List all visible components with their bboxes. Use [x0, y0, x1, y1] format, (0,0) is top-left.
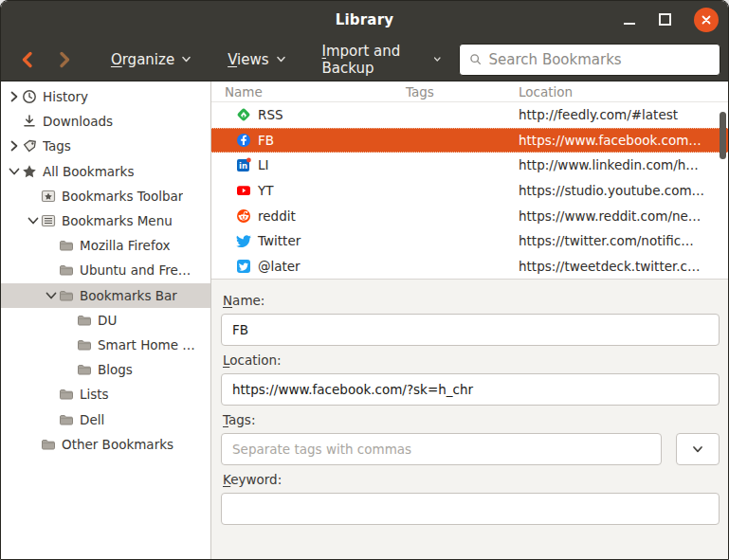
sidebar-item-all-bookmarks[interactable]: All Bookmarks	[1, 159, 210, 184]
views-accesskey: V	[228, 51, 237, 68]
bookmarks-menu-icon	[41, 213, 56, 228]
keyword-label: Keyword:	[223, 472, 720, 487]
bookmark-row-fb[interactable]: FB https://www.facebook.com…	[211, 128, 728, 154]
chevron-down-icon	[181, 54, 191, 64]
downloads-icon	[22, 114, 37, 129]
sidebar-item-du[interactable]: DU	[1, 308, 210, 333]
column-header-location[interactable]: Location	[519, 84, 728, 99]
folder-icon	[41, 437, 56, 452]
bookmark-row-li[interactable]: LI http://www.linkedin.com/h…	[211, 153, 728, 178]
folder-icon	[77, 313, 92, 328]
list-column-headers: Name Tags Location	[211, 81, 728, 102]
sidebar-item-bookmarks-toolbar[interactable]: Bookmarks Toolbar	[1, 184, 210, 208]
tree-item-label: Blogs	[98, 362, 133, 377]
youtube-icon	[236, 183, 251, 198]
tags-field[interactable]	[221, 433, 662, 465]
bookmark-row-later[interactable]: @later https://tweetdeck.twitter.c…	[211, 254, 728, 280]
tree-item-label: Bookmarks Bar	[80, 288, 177, 303]
sidebar-item-bookmarks-bar[interactable]: Bookmarks Bar	[1, 283, 210, 308]
bookmark-location: https://www.facebook.com…	[519, 133, 728, 148]
sidebar-item-blogs[interactable]: Blogs	[1, 357, 210, 382]
tree-item-label: DU	[98, 313, 117, 328]
sidebar-item-mozilla-firefox[interactable]: Mozilla Firefox	[1, 233, 210, 258]
views-menu-button[interactable]: Views	[216, 45, 297, 74]
window-title: Library	[336, 11, 394, 28]
search-icon	[469, 53, 483, 66]
folder-icon	[59, 412, 74, 427]
bookmark-row-reddit[interactable]: reddit https://www.reddit.com/ne…	[211, 203, 728, 228]
maximize-button[interactable]	[659, 13, 671, 26]
tree-item-label: Tags	[43, 138, 71, 154]
bookmark-location: https://studio.youtube.com…	[519, 183, 728, 198]
bookmark-details-pane: Name: Location: Tags: Keyword:	[211, 279, 728, 559]
tree-item-label: Dell	[80, 412, 104, 427]
location-label: Location:	[223, 352, 720, 368]
tweetdeck-icon	[236, 259, 251, 274]
bookmark-row-yt[interactable]: YT https://studio.youtube.com…	[211, 178, 728, 204]
sidebar-item-other-bookmarks[interactable]: Other Bookmarks	[1, 432, 210, 457]
bookmark-name: YT	[258, 183, 274, 198]
chevron-down-icon	[276, 54, 286, 64]
tree-item-label: Smart Home …	[98, 337, 195, 352]
organize-menu-button[interactable]: Organize	[100, 45, 203, 74]
search-input[interactable]	[489, 51, 710, 68]
tree-item-label: Downloads	[43, 114, 113, 129]
forward-button[interactable]	[49, 44, 81, 76]
forward-icon	[55, 50, 74, 69]
close-button[interactable]	[694, 8, 719, 32]
search-box[interactable]	[459, 44, 720, 76]
bookmark-location: http://feedly.com/#latest	[519, 107, 728, 122]
column-header-name[interactable]: Name	[211, 84, 406, 99]
bookmark-name: Twitter	[258, 233, 301, 248]
tree-item-label: Bookmarks Menu	[62, 213, 173, 228]
toolbar: Organize Views Import and Backup	[1, 38, 728, 81]
sidebar-item-history[interactable]: History	[1, 84, 210, 109]
expander-icon[interactable]	[7, 139, 22, 153]
name-label: Name:	[223, 293, 720, 308]
sidebar-item-dell[interactable]: Dell	[1, 406, 210, 431]
back-button[interactable]	[12, 44, 44, 76]
minimize-button[interactable]	[623, 13, 636, 27]
bookmarks-toolbar-icon	[41, 189, 56, 204]
name-field[interactable]	[221, 314, 720, 346]
sidebar-item-smart-home[interactable]: Smart Home …	[1, 333, 210, 357]
organize-label: rganize	[122, 51, 174, 68]
feedly-icon	[236, 107, 251, 122]
titlebar[interactable]: Library	[1, 1, 728, 38]
tags-dropdown-button[interactable]	[676, 433, 720, 465]
star-icon	[22, 164, 37, 179]
bookmark-row-rss[interactable]: RSS http://feedly.com/#latest	[211, 102, 728, 128]
expander-icon[interactable]	[7, 165, 22, 178]
tag-icon	[22, 138, 37, 154]
expander-icon[interactable]	[26, 214, 41, 227]
expander-icon[interactable]	[44, 289, 59, 302]
sidebar-item-bookmarks-menu[interactable]: Bookmarks Menu	[1, 208, 210, 233]
bookmark-row-twitter[interactable]: Twitter https://twitter.com/notific…	[211, 228, 728, 254]
content-pane: Name Tags Location RSS http://feedly.com…	[211, 81, 728, 559]
import-label: mport and Backup	[322, 43, 401, 77]
column-header-tags[interactable]: Tags	[406, 84, 519, 99]
twitter-icon	[236, 233, 251, 248]
expander-icon[interactable]	[7, 90, 22, 103]
sidebar-item-tags[interactable]: Tags	[1, 134, 210, 158]
tree-item-label: Lists	[80, 387, 109, 402]
sidebar-item-lists[interactable]: Lists	[1, 382, 210, 406]
folder-icon	[59, 262, 74, 278]
keyword-field[interactable]	[221, 493, 720, 525]
bookmark-list: RSS http://feedly.com/#latest FB https:/…	[211, 102, 728, 279]
sidebar-item-downloads[interactable]: Downloads	[1, 109, 210, 134]
import-backup-menu-button[interactable]: Import and Backup	[311, 37, 453, 82]
tree-item-label: Bookmarks Toolbar	[62, 189, 183, 204]
history-icon	[22, 89, 37, 104]
main-area: History Downloads Tags All Bookmarks	[1, 81, 728, 559]
sidebar-item-ubuntu-and-free[interactable]: Ubuntu and Fre…	[1, 258, 210, 282]
reddit-icon	[236, 208, 251, 224]
bookmark-name: FB	[258, 133, 274, 148]
folder-icon	[77, 362, 92, 377]
folder-icon	[77, 337, 92, 352]
list-scrollbar-thumb[interactable]	[720, 112, 726, 159]
location-field[interactable]	[221, 373, 720, 406]
chevron-down-icon	[691, 443, 704, 456]
views-label: iews	[237, 51, 268, 68]
bookmark-name: reddit	[258, 208, 296, 224]
